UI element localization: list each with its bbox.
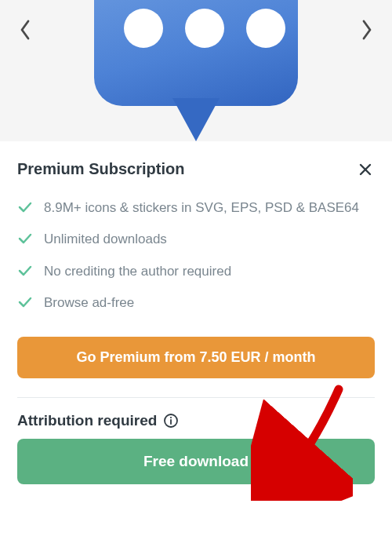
chat-bubble-dots-icon bbox=[86, 4, 306, 137]
close-icon bbox=[358, 162, 373, 177]
sheet-header: Premium Subscription bbox=[17, 160, 375, 182]
check-icon bbox=[17, 263, 33, 282]
dot bbox=[246, 9, 285, 48]
free-download-button[interactable]: Free download bbox=[17, 439, 375, 484]
carousel-prev-button[interactable] bbox=[14, 14, 36, 46]
benefit-text: Unlimited downloads bbox=[44, 229, 167, 250]
chevron-right-icon bbox=[360, 18, 374, 42]
chat-bubble-dots bbox=[124, 9, 285, 48]
page-root: Premium Subscription 8.9M+ icons & stick… bbox=[0, 0, 392, 540]
icon-preview-inner bbox=[14, 0, 378, 141]
attribution-title: Attribution required bbox=[17, 412, 157, 429]
benefit-text: No crediting the author required bbox=[44, 261, 231, 282]
benefit-text: Browse ad-free bbox=[44, 293, 134, 313]
svg-point-4 bbox=[170, 417, 172, 418]
check-icon bbox=[17, 231, 33, 250]
close-button[interactable] bbox=[356, 160, 375, 182]
go-premium-button[interactable]: Go Premium from 7.50 EUR / month bbox=[17, 337, 375, 378]
dot bbox=[185, 9, 224, 48]
premium-title: Premium Subscription bbox=[17, 160, 184, 178]
benefit-item: 8.9M+ icons & stickers in SVG, EPS, PSD … bbox=[17, 198, 375, 218]
benefit-item: No crediting the author required bbox=[17, 261, 375, 282]
download-sheet: Premium Subscription 8.9M+ icons & stick… bbox=[0, 141, 392, 540]
info-icon bbox=[163, 413, 179, 429]
benefits-list: 8.9M+ icons & stickers in SVG, EPS, PSD … bbox=[17, 198, 375, 313]
attribution-row: Attribution required bbox=[17, 412, 375, 429]
chat-bubble-tail bbox=[172, 98, 220, 141]
benefit-item: Unlimited downloads bbox=[17, 229, 375, 250]
dot bbox=[124, 9, 163, 48]
icon-preview-area bbox=[0, 0, 392, 141]
benefit-text: 8.9M+ icons & stickers in SVG, EPS, PSD … bbox=[44, 198, 359, 218]
benefit-item: Browse ad-free bbox=[17, 293, 375, 313]
section-divider bbox=[17, 397, 375, 398]
check-icon bbox=[17, 199, 33, 218]
check-icon bbox=[17, 294, 33, 313]
attribution-info-button[interactable] bbox=[163, 413, 179, 429]
chevron-left-icon bbox=[18, 18, 32, 42]
carousel-next-button[interactable] bbox=[356, 14, 378, 46]
